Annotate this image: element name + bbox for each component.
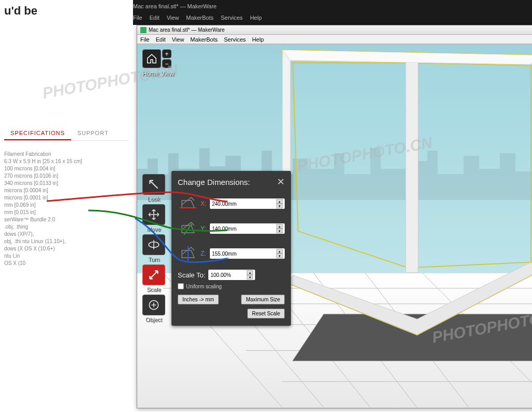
svg-rect-16 [406, 60, 418, 272]
panel-title: Change Dimensions: [178, 178, 250, 187]
object-label: Object [145, 316, 162, 323]
tab-specifications[interactable]: SPECIFICATIONS [4, 127, 71, 140]
axis-z-label: Z: [201, 250, 208, 257]
scale-to-label: Scale To: [178, 271, 205, 279]
app-icon [140, 27, 147, 33]
home-button[interactable] [142, 49, 161, 68]
axis-y-icon [178, 218, 198, 239]
axis-y-input[interactable] [212, 226, 275, 232]
x-step-down[interactable]: ▼ [276, 204, 283, 208]
y-step-up[interactable]: ▲ [276, 224, 283, 229]
outer-window-title: Mac area final.stl* — MakerWare [133, 3, 217, 9]
spec-line: microns [0.0004 in] [4, 188, 129, 193]
spec-line: microns [0.0001 in] [4, 195, 129, 201]
spec-line: obj, .thi ntu Linux (11.10+), [4, 238, 129, 244]
window-titlebar[interactable]: Mac area final.stl* — MakerWare [137, 25, 532, 35]
axis-y-input-wrap[interactable]: ▲▼ [210, 223, 285, 234]
axis-x-input-wrap[interactable]: ▲▼ [210, 198, 285, 209]
spec-line: Filament Fabrication [4, 151, 129, 157]
axis-z-icon [178, 243, 198, 264]
z-step-down[interactable]: ▼ [276, 254, 283, 258]
axis-x-icon [178, 193, 198, 214]
spec-line: dows (XP/7), [4, 231, 129, 237]
menu-services[interactable]: Services [224, 36, 246, 43]
spec-list: Filament Fabrication 6.3 W x 5.9 H in [2… [4, 151, 129, 266]
axis-x-label: X: [201, 200, 208, 207]
units-toggle-button[interactable]: Inches -> mm [178, 295, 219, 304]
axis-x-input[interactable] [212, 201, 275, 207]
spec-line: mm [0.015 in] [4, 209, 129, 215]
spec-line: mm [0.069 in] [4, 202, 129, 208]
zoom-in-button[interactable]: + [162, 49, 171, 58]
tab-support[interactable]: SUPPORT [71, 127, 115, 140]
spec-line: 340 microns [0.0133 in] [4, 180, 129, 186]
model-3d[interactable] [262, 44, 532, 387]
menu-file[interactable]: File [140, 36, 150, 43]
tool-strip: Look Move Turn Scale [142, 174, 165, 323]
close-icon[interactable]: ✕ [277, 176, 285, 188]
menubar: File Edit View MakerBots Services Help [137, 35, 532, 44]
spec-line: dows (X OS X (10.6+) [4, 246, 129, 251]
uniform-scaling-label: Uniform scaling [186, 284, 222, 289]
turn-tool[interactable] [142, 234, 165, 255]
scale-input-wrap[interactable]: ▲▼ [208, 270, 255, 280]
reset-scale-button[interactable]: Reset Scale [247, 309, 285, 318]
menu-edit[interactable]: Edit [150, 15, 159, 21]
menu-edit[interactable]: Edit [156, 36, 166, 43]
menu-services[interactable]: Services [221, 15, 243, 21]
move-label: Move [147, 226, 161, 232]
svg-marker-14 [293, 63, 407, 268]
z-step-up[interactable]: ▲ [276, 249, 283, 254]
zoom-out-button[interactable]: − [162, 59, 171, 68]
look-label: Look [148, 196, 160, 202]
axis-y-label: Y: [201, 225, 208, 232]
outer-window-menu: File Edit View MakerBots Services Help [133, 15, 262, 21]
spec-line: .obj, .thing [4, 224, 129, 230]
makerware-window: Mac area final.stl* — MakerWare File Edi… [137, 25, 532, 408]
window-title: Mac area final.stl* — MakerWare [149, 27, 224, 33]
spec-line: 6.3 W x 5.9 H in [25 x 16 x 15 cm] [4, 158, 129, 164]
scale-step-up[interactable]: ▲ [247, 270, 253, 275]
spec-line: serWare™ Bundle 2.0 [4, 217, 129, 222]
axis-z-input[interactable] [212, 251, 275, 257]
move-tool[interactable] [142, 204, 165, 225]
left-spec-panel: u'd be SPECIFICATIONS SUPPORT Filament F… [0, 0, 133, 412]
scale-label: Scale [147, 286, 161, 293]
change-dimensions-panel: Change Dimensions: ✕ X: ▲▼ Y: ▲▼ [171, 171, 291, 326]
axis-z-input-wrap[interactable]: ▲▼ [210, 248, 285, 259]
spec-tabs: SPECIFICATIONS SUPPORT [4, 127, 129, 141]
home-view-buttons: + − [142, 49, 171, 68]
spec-line: OS X (10 [4, 260, 129, 266]
menu-view[interactable]: View [172, 36, 184, 43]
scale-step-down[interactable]: ▼ [247, 275, 253, 280]
maximum-size-button[interactable]: Maximum Size [241, 295, 285, 304]
y-step-down[interactable]: ▼ [276, 229, 283, 233]
menu-help[interactable]: Help [252, 36, 264, 43]
object-tool[interactable] [142, 295, 165, 315]
left-heading: u'd be [4, 4, 129, 18]
spec-line: 270 microns [0.0106 in] [4, 173, 129, 179]
look-tool[interactable] [142, 174, 165, 195]
svg-marker-15 [417, 63, 531, 268]
menu-view[interactable]: View [167, 15, 179, 21]
turn-label: Turn [148, 256, 159, 262]
home-view-label: Home View [142, 70, 174, 77]
spec-line: ntu Lin [4, 253, 129, 259]
spec-line: 100 microns [0.004 in] [4, 166, 129, 171]
x-step-up[interactable]: ▲ [276, 199, 283, 204]
menu-file[interactable]: File [133, 15, 142, 21]
scale-input[interactable] [210, 272, 246, 278]
menu-makerbots[interactable]: MakerBots [190, 36, 218, 43]
scale-tool[interactable] [142, 264, 165, 285]
menu-help[interactable]: Help [250, 15, 262, 21]
menu-makerbots[interactable]: MakerBots [186, 15, 214, 21]
uniform-scaling-checkbox[interactable] [178, 283, 184, 289]
3d-viewport[interactable]: + − Home View Look Move [137, 44, 532, 408]
